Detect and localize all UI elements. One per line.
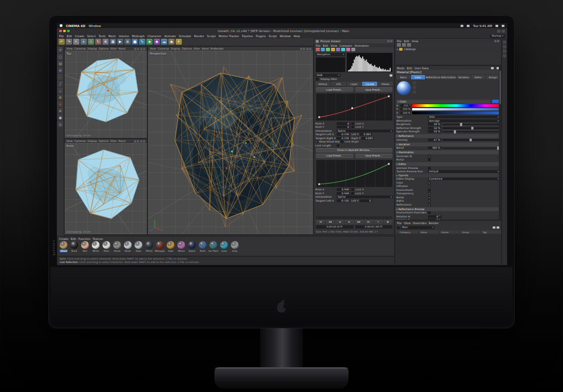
pv-timeline[interactable] xyxy=(316,216,392,219)
attr-scrollbar[interactable] xyxy=(499,66,501,220)
material-sphere[interactable] xyxy=(199,241,207,249)
material-tab[interactable]: Deformation xyxy=(441,75,456,79)
menu-item[interactable]: Motion Tracker xyxy=(218,34,239,38)
row-checkbox[interactable] xyxy=(428,181,431,184)
row-value[interactable]: 0 xyxy=(337,122,350,125)
zoom-window-button[interactable] xyxy=(67,30,70,33)
row-value-2[interactable]: 0.005 xyxy=(360,133,372,136)
transport-button[interactable]: |◀ xyxy=(316,220,325,224)
interface-icon[interactable] xyxy=(502,30,505,33)
menu-item[interactable]: File xyxy=(59,34,64,38)
row-checkbox[interactable] xyxy=(337,144,339,147)
pv-channel-icon[interactable] xyxy=(336,48,340,51)
property-row[interactable]: Tangent Left X -0.105 Left Y 0 xyxy=(314,199,394,203)
row-value[interactable]: Spline xyxy=(337,195,393,198)
pv-settings-icon[interactable] xyxy=(351,48,355,51)
environment-icon[interactable]: ☁ xyxy=(161,39,167,45)
property-row[interactable]: Blend 300 % xyxy=(395,146,501,150)
material-tab[interactable]: Color xyxy=(411,75,425,79)
hsv-value[interactable]: 100 % xyxy=(400,112,411,114)
row-slider[interactable] xyxy=(443,127,500,129)
material-thumbnail[interactable]: Silver xyxy=(123,241,133,252)
row-checkbox[interactable] xyxy=(428,199,431,202)
material-tab[interactable]: Variation xyxy=(457,75,471,79)
material-menu-item[interactable]: Texture xyxy=(93,237,103,240)
light-icon[interactable]: ☀ xyxy=(176,39,182,45)
viewport-menu-item[interactable]: Options xyxy=(99,47,109,50)
picture-viewer-titlebar[interactable]: Picture Viewer xyxy=(314,39,394,43)
take-menu-item[interactable]: View xyxy=(404,221,410,225)
texture-mode-icon[interactable]: ▨ xyxy=(57,61,63,66)
material-sphere[interactable] xyxy=(92,241,100,249)
channel-dropdown[interactable]: RGB xyxy=(316,74,341,77)
material-thumbnail[interactable]: Car Paint xyxy=(208,241,218,252)
row-checkbox[interactable] xyxy=(428,167,431,170)
layout-tab[interactable] xyxy=(503,41,506,44)
catalogs-tree-item[interactable]: ▸ Catalogs xyxy=(395,47,501,51)
transport-button[interactable]: ▶▶ xyxy=(355,220,364,224)
polygons-mode-icon[interactable]: △ xyxy=(57,88,63,93)
row-value[interactable]: 0 xyxy=(337,126,350,128)
time-end-field[interactable]: 0:00:02 (65 F) xyxy=(355,225,393,229)
pv-nav-icon[interactable] xyxy=(316,48,320,51)
render-view-icon[interactable]: ▦ xyxy=(110,39,116,45)
menu-item[interactable]: Script xyxy=(269,34,277,38)
material-preview-sphere[interactable] xyxy=(397,81,411,95)
material-sphere[interactable] xyxy=(220,241,228,249)
take-column-header[interactable]: Category xyxy=(397,231,418,234)
live-selection-icon[interactable]: ↖ xyxy=(73,39,79,45)
row-slider[interactable] xyxy=(443,139,500,141)
pv-menu-item[interactable]: File xyxy=(316,44,320,47)
material-thumbnail[interactable]: Skin xyxy=(80,241,90,252)
material-menu-item[interactable]: Function xyxy=(78,237,90,240)
material-tab[interactable]: Basic xyxy=(396,75,410,79)
material-sphere[interactable] xyxy=(60,241,68,249)
pv-fullscreen-icon[interactable] xyxy=(331,48,335,51)
material-sphere[interactable] xyxy=(81,241,89,249)
material-thumbnail[interactable]: Petrol xyxy=(144,241,154,252)
attr-menu-item[interactable]: User Data xyxy=(414,66,428,70)
material-sphere[interactable] xyxy=(209,241,217,249)
property-row[interactable]: Reflectance xyxy=(395,203,501,207)
workplane-icon[interactable]: ⊞ xyxy=(57,68,63,73)
material-thumbnail[interactable]: Grey xyxy=(230,241,240,252)
deformer-icon[interactable]: ◆ xyxy=(154,39,160,45)
row-value[interactable]: 30 % xyxy=(428,123,441,126)
material-thumbnail[interactable]: Glass xyxy=(133,241,144,252)
save-preset-button[interactable]: Save Preset... xyxy=(355,87,393,92)
material-thumbnail[interactable]: Cyan xyxy=(219,241,229,252)
color-gradient-slider[interactable] xyxy=(412,104,500,107)
render-picture-viewer-icon[interactable]: ▶ xyxy=(117,39,123,45)
material-thumbnail[interactable]: Space xyxy=(187,241,197,252)
viewport-menu-item[interactable]: View xyxy=(66,140,73,142)
menu-item[interactable]: Pipeline xyxy=(242,34,253,38)
viewport-menu-item[interactable]: View xyxy=(66,47,73,50)
panel-controls[interactable] xyxy=(387,40,393,42)
render-settings-icon[interactable]: ⊛ xyxy=(124,39,131,45)
row-value[interactable]: Spline xyxy=(337,130,393,132)
row-value[interactable]: GGX xyxy=(428,115,500,118)
material-sphere[interactable] xyxy=(167,241,175,249)
material-thumbnail[interactable]: Black xyxy=(69,241,79,252)
menu-item[interactable]: Edit xyxy=(66,34,72,38)
row-value[interactable]: 20 % xyxy=(428,130,441,133)
property-row[interactable]: Illumination xyxy=(395,150,501,154)
row-checkbox[interactable] xyxy=(428,155,431,158)
model-mode-icon[interactable]: □ xyxy=(57,54,63,60)
material-thumbnail[interactable]: Pearl xyxy=(101,241,111,252)
pv-tab[interactable]: History xyxy=(315,82,330,86)
property-row[interactable]: Reflectance Preview xyxy=(395,207,501,211)
load-preset-button[interactable]: Load Preset... xyxy=(316,87,354,92)
material-sphere[interactable] xyxy=(102,241,110,249)
pv-snapshot-icon[interactable] xyxy=(346,48,350,51)
viewport-menu-item[interactable]: Panel xyxy=(118,140,125,142)
menu-item[interactable]: Select xyxy=(87,34,96,38)
pv-tab[interactable]: Stereo xyxy=(378,82,393,86)
menu-item[interactable]: Help xyxy=(293,34,300,38)
row-value[interactable]: 300 % xyxy=(428,146,441,149)
row-value[interactable]: 0 ° xyxy=(428,215,441,218)
row-checkbox[interactable] xyxy=(428,158,431,161)
viewport-menu-item[interactable]: Cameras xyxy=(74,140,86,142)
menu-item[interactable]: Window xyxy=(280,34,291,38)
viewport-menu-item[interactable]: Display xyxy=(87,47,97,50)
